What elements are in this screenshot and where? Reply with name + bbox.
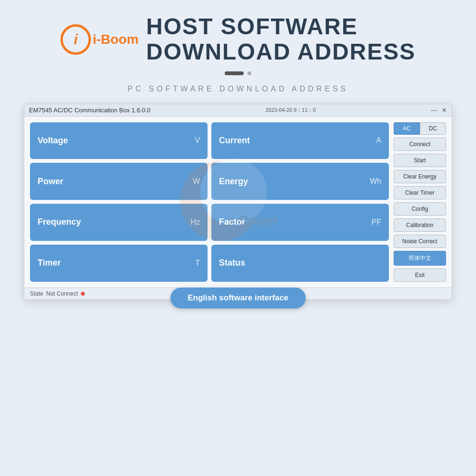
- tile-power: Power W: [30, 163, 208, 200]
- tile-energy-label: Energy: [219, 177, 248, 187]
- datetime: 2023-04-20 9：11：0: [266, 107, 316, 114]
- subtitle: PC SOFTWARE DOWNLOAD ADDRESS: [128, 85, 348, 93]
- tile-energy: Energy Wh: [211, 163, 389, 200]
- tile-voltage-unit: V: [195, 136, 200, 145]
- title-line1: HOST SOFTWARE: [146, 14, 416, 40]
- minimize-button[interactable]: —: [431, 107, 437, 114]
- titlebar: EM7545 AC/DC Communication Box 1.6.0.0 2…: [24, 104, 452, 117]
- chinese-button[interactable]: 简体中文: [394, 251, 446, 266]
- ac-dc-row: AC DC: [394, 122, 446, 135]
- status-dot-red: [81, 292, 85, 296]
- buttons-panel: AC DC Connect Start Clear Energy Clear T…: [394, 122, 446, 282]
- close-button[interactable]: ✕: [442, 107, 447, 114]
- logo-title-row: i i-Boom HOST SOFTWARE DOWNLOAD ADDRESS: [60, 14, 416, 65]
- logo-text: i-Boom: [93, 32, 139, 47]
- tile-frequency-label: Frequency: [38, 217, 81, 227]
- noise-correct-button[interactable]: Noise Correct: [394, 235, 446, 248]
- title-block: HOST SOFTWARE DOWNLOAD ADDRESS: [146, 14, 416, 65]
- calibration-button[interactable]: Calibration: [394, 218, 446, 232]
- connect-button[interactable]: Connect: [394, 138, 446, 151]
- start-button[interactable]: Start: [394, 154, 446, 167]
- tile-status: Status: [211, 245, 389, 282]
- software-window-wrap: EM7545 AC/DC Communication Box 1.6.0.0 2…: [24, 104, 452, 300]
- app-name: EM7545 AC/DC Communication Box 1.6.0.0: [29, 107, 150, 114]
- tile-power-label: Power: [38, 177, 63, 187]
- logo: i i-Boom: [60, 24, 139, 55]
- tile-frequency-unit: Hz: [190, 218, 200, 227]
- tile-frequency: Frequency Hz: [30, 204, 208, 241]
- tile-status-label: Status: [219, 258, 245, 268]
- header: i i-Boom HOST SOFTWARE DOWNLOAD ADDRESS …: [0, 0, 476, 93]
- tile-factor-label: Factor: [219, 217, 245, 227]
- tile-current: Current A: [211, 122, 389, 159]
- dots-row: [225, 71, 251, 75]
- english-badge: English software interface: [170, 288, 306, 308]
- tile-factor-unit: PF: [372, 218, 381, 227]
- tile-power-unit: W: [193, 177, 200, 186]
- title-line2: DOWNLOAD ADDRESS: [146, 40, 416, 65]
- dot-small: [248, 71, 251, 75]
- dc-button[interactable]: DC: [420, 122, 446, 135]
- tile-voltage-label: Voltage: [38, 136, 68, 146]
- logo-circle: i: [60, 24, 91, 55]
- software-window: EM7545 AC/DC Communication Box 1.6.0.0 2…: [24, 104, 452, 300]
- tile-timer: Timer T: [30, 245, 208, 282]
- tile-factor: Factor PF: [211, 204, 389, 241]
- tile-voltage: Voltage V: [30, 122, 208, 159]
- tile-current-unit: A: [376, 136, 381, 145]
- state-label: State: [30, 290, 43, 297]
- tile-energy-unit: Wh: [370, 177, 381, 186]
- state-value: Not Connect: [46, 290, 78, 297]
- clear-timer-button[interactable]: Clear Timer: [394, 186, 446, 199]
- ac-button[interactable]: AC: [394, 122, 420, 135]
- clear-energy-button[interactable]: Clear Energy: [394, 170, 446, 183]
- tile-timer-label: Timer: [38, 258, 61, 268]
- tile-timer-unit: T: [195, 259, 200, 268]
- dot-large: [225, 71, 244, 75]
- config-button[interactable]: Config: [394, 202, 446, 216]
- logo-icon: i: [74, 31, 77, 48]
- window-body: i-Boom Voltage V Current A Power W: [24, 117, 452, 288]
- tiles-grid: Voltage V Current A Power W Energy Wh: [30, 122, 389, 282]
- exit-button[interactable]: Exit: [394, 268, 446, 282]
- window-controls: — ✕: [431, 107, 447, 114]
- tile-current-label: Current: [219, 136, 250, 146]
